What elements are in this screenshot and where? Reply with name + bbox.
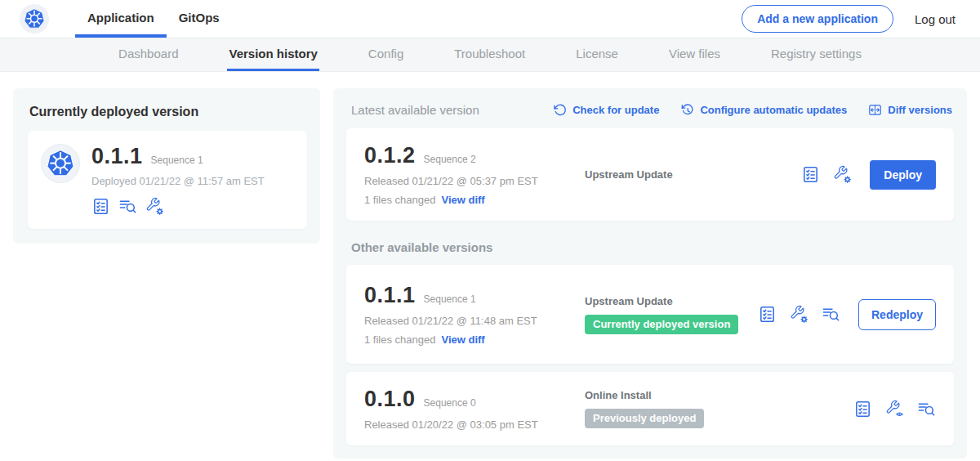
currently-deployed-title: Currently deployed version	[29, 105, 307, 119]
subnav-dashboard[interactable]: Dashboard	[117, 38, 180, 71]
edit-config-icon[interactable]	[833, 165, 852, 184]
files-changed-label: 1 files changed	[364, 194, 435, 206]
sequence-label: Sequence 0	[424, 397, 476, 409]
version-number: 0.1.0	[364, 387, 416, 412]
logout-link[interactable]: Log out	[915, 12, 956, 26]
version-source-label: Online Install	[585, 389, 853, 401]
deploy-logs-icon[interactable]	[822, 305, 840, 324]
deployed-version-number: 0.1.1	[91, 144, 143, 169]
top-tabs: Application GitOps	[75, 0, 232, 38]
configure-automatic-updates-link[interactable]: Configure automatic updates	[680, 103, 847, 117]
subnav-license[interactable]: License	[574, 38, 620, 71]
version-row-0-1-1: 0.1.1 Sequence 1 Released 01/21/22 @ 11:…	[346, 265, 954, 364]
main-content: Currently deployed version 0.1.1 Sequenc…	[0, 72, 980, 461]
configure-automatic-updates-label: Configure automatic updates	[700, 104, 847, 116]
version-source-label: Upstream Update	[585, 295, 758, 307]
latest-available-title: Latest available version	[351, 103, 479, 117]
tab-application[interactable]: Application	[75, 0, 167, 38]
release-notes-icon[interactable]	[801, 165, 820, 184]
tab-gitops[interactable]: GitOps	[167, 0, 232, 38]
app-sub-nav: Dashboard Version history Config Trouble…	[0, 38, 980, 72]
diff-icon	[868, 103, 882, 117]
auto-update-icon	[680, 103, 694, 117]
version-row-0-1-0: 0.1.0 Sequence 0 Released 01/20/22 @ 03:…	[346, 372, 954, 445]
diff-versions-label: Diff versions	[888, 104, 952, 116]
edit-config-icon[interactable]	[145, 197, 164, 216]
subnav-config[interactable]: Config	[367, 38, 405, 71]
released-timestamp: Released 01/21/22 @ 11:48 am EST	[364, 315, 570, 327]
released-timestamp: Released 01/21/22 @ 05:37 pm EST	[364, 175, 570, 187]
version-number: 0.1.1	[364, 283, 416, 308]
deployed-sequence-label: Sequence 1	[151, 154, 203, 166]
released-timestamp: Released 01/20/22 @ 03:05 pm EST	[364, 418, 570, 431]
edit-config-icon[interactable]	[790, 305, 808, 324]
other-available-versions-title: Other available versions	[351, 240, 952, 254]
deploy-button[interactable]: Deploy	[870, 160, 936, 190]
tab-gitops-label: GitOps	[179, 11, 220, 25]
redeploy-button[interactable]: Redeploy	[858, 299, 936, 330]
release-notes-icon[interactable]	[853, 400, 872, 418]
version-source-label: Upstream Update	[585, 168, 801, 181]
deployed-version-card: 0.1.1 Sequence 1 Deployed 01/21/22 @ 11:…	[28, 131, 307, 229]
view-config-icon[interactable]	[885, 400, 904, 418]
diff-versions-link[interactable]: Diff versions	[868, 103, 952, 117]
deploy-logs-icon[interactable]	[917, 400, 936, 418]
subnav-troubleshoot[interactable]: Troubleshoot	[452, 38, 527, 71]
top-nav: Application GitOps Add a new application…	[0, 0, 980, 38]
currently-deployed-badge: Currently deployed version	[585, 315, 738, 334]
sequence-label: Sequence 2	[424, 154, 476, 165]
release-notes-icon[interactable]	[758, 305, 777, 324]
release-notes-icon[interactable]	[91, 197, 110, 216]
version-number: 0.1.2	[364, 143, 416, 168]
check-for-update-link[interactable]: Check for update	[553, 103, 659, 117]
previously-deployed-badge: Previously deployed	[585, 409, 704, 428]
add-application-button[interactable]: Add a new application	[742, 5, 893, 33]
subnav-view-files[interactable]: View files	[667, 38, 722, 71]
app-logo	[41, 144, 80, 183]
files-changed-label: 1 files changed	[364, 333, 435, 346]
deploy-logs-icon[interactable]	[118, 197, 137, 216]
tab-application-label: Application	[87, 11, 154, 25]
subnav-registry-settings[interactable]: Registry settings	[769, 38, 863, 71]
check-for-update-label: Check for update	[572, 104, 659, 116]
deployed-timestamp: Deployed 01/21/22 @ 11:57 am EST	[91, 175, 265, 187]
subnav-version-history[interactable]: Version history	[227, 38, 318, 71]
available-versions-panel: Latest available version Check for updat…	[333, 88, 967, 459]
view-diff-link[interactable]: View diff	[441, 333, 484, 346]
kubernetes-logo	[20, 4, 49, 34]
refresh-icon	[553, 103, 567, 117]
version-row-0-1-2: 0.1.2 Sequence 2 Released 01/21/22 @ 05:…	[346, 128, 954, 221]
currently-deployed-panel: Currently deployed version 0.1.1 Sequenc…	[13, 88, 320, 244]
sequence-label: Sequence 1	[424, 293, 476, 305]
view-diff-link[interactable]: View diff	[441, 194, 484, 206]
